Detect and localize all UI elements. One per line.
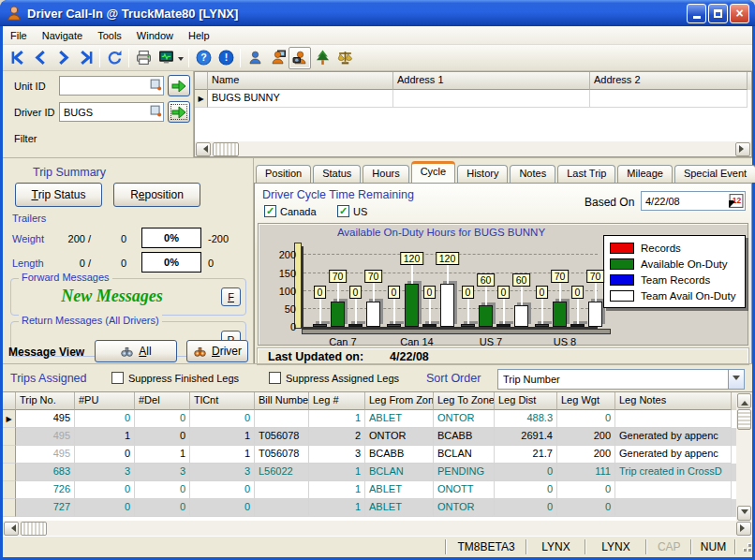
driver-id-input[interactable] bbox=[59, 102, 164, 122]
table-row[interactable]: 7260001ABLETONOTT00 bbox=[3, 481, 736, 499]
tab-hours[interactable]: Hours bbox=[363, 165, 408, 183]
table-cell: 1 bbox=[75, 428, 135, 446]
column-header-tripno[interactable]: Trip No. bbox=[16, 392, 75, 410]
driver-grid-row[interactable]: ▶BUGS BUNNY bbox=[195, 90, 751, 108]
bar-records: 0 bbox=[313, 246, 327, 327]
chevron-down-icon[interactable] bbox=[728, 370, 744, 389]
close-button[interactable]: × bbox=[730, 4, 749, 23]
column-header-leg[interactable]: Leg # bbox=[309, 392, 365, 410]
table-cell: 0 bbox=[135, 410, 190, 428]
scroll-down-button[interactable] bbox=[737, 506, 751, 521]
unit-id-input[interactable] bbox=[59, 76, 164, 96]
menu-file[interactable]: File bbox=[3, 28, 35, 43]
title-bar[interactable]: Driver Call-In @ TruckMate80 [LYNX] × bbox=[0, 0, 755, 26]
column-header-legdist[interactable]: Leg Dist bbox=[495, 392, 557, 410]
unit-go-button[interactable] bbox=[168, 75, 190, 96]
first-record-button[interactable] bbox=[7, 47, 29, 69]
monitor-button[interactable] bbox=[155, 47, 177, 69]
driver-workstation-button[interactable] bbox=[266, 47, 289, 69]
sort-order-label: Sort Order bbox=[426, 372, 481, 385]
trips-table[interactable]: Trip No.#PU#DelTlCntBill NumberLeg #Leg … bbox=[3, 391, 752, 521]
column-header-legtozone[interactable]: Leg To Zone bbox=[434, 392, 495, 410]
trips-vertical-scrollbar[interactable] bbox=[736, 392, 752, 522]
suppress-assigned-checkbox[interactable]: Suppress Assigned Legs bbox=[269, 372, 399, 384]
column-header-legfromzone[interactable]: Leg From Zone bbox=[365, 392, 434, 410]
minimize-button[interactable] bbox=[687, 4, 706, 23]
scales-button[interactable] bbox=[333, 47, 356, 69]
scroll-left-button[interactable] bbox=[4, 522, 19, 536]
info-button[interactable]: ! bbox=[215, 47, 237, 69]
next-record-button[interactable] bbox=[52, 47, 74, 69]
column-header-tlcnt[interactable]: TlCnt bbox=[190, 392, 255, 410]
column-header-billnumber[interactable]: Bill Number bbox=[255, 392, 309, 410]
tree-button[interactable] bbox=[311, 47, 333, 69]
table-row[interactable]: 683333L560221BCLANPENDING0111Trip create… bbox=[3, 464, 736, 481]
prior-record-button[interactable] bbox=[29, 47, 52, 69]
table-row[interactable]: 495101T0560782ONTORBCABB2691.4200Generat… bbox=[3, 428, 736, 446]
driver-callin-button[interactable] bbox=[289, 47, 311, 69]
scroll-up-button[interactable] bbox=[737, 393, 751, 408]
driver-go-button[interactable] bbox=[168, 101, 190, 123]
tab-status[interactable]: Status bbox=[313, 165, 361, 183]
tab-position[interactable]: Position bbox=[256, 165, 311, 183]
table-row[interactable]: ▶4950001ABLETONTOR488.30 bbox=[3, 410, 736, 428]
bar bbox=[313, 324, 327, 327]
table-row[interactable]: 495011T0560783BCABBBCLAN21.7200Generated… bbox=[3, 446, 736, 464]
driver-blue-button[interactable] bbox=[244, 47, 266, 69]
canada-checkbox[interactable]: ✓ Canada bbox=[264, 205, 317, 217]
table-cell: 3 bbox=[75, 464, 135, 481]
calendar-icon[interactable]: 12 bbox=[728, 193, 744, 211]
row-selector: ▶ bbox=[195, 90, 208, 108]
tab-cycle[interactable]: Cycle bbox=[411, 161, 456, 183]
tab-notes[interactable]: Notes bbox=[510, 165, 555, 183]
driver-grid-scrollbar[interactable] bbox=[195, 141, 751, 156]
table-cell bbox=[615, 410, 732, 428]
sort-order-combo[interactable]: Trip Number bbox=[497, 369, 745, 390]
column-header-name[interactable]: Name bbox=[208, 72, 393, 90]
scroll-thumb[interactable] bbox=[737, 409, 751, 430]
scroll-left-button[interactable] bbox=[196, 142, 211, 156]
reposition-button[interactable]: Reposition bbox=[113, 183, 200, 207]
suppress-finished-checkbox[interactable]: Suppress Finished Legs bbox=[111, 372, 239, 384]
tree-icon bbox=[315, 50, 331, 66]
bar-available-on-duty: 70 bbox=[553, 246, 567, 327]
menu-window[interactable]: Window bbox=[129, 28, 181, 43]
main-horizontal-scrollbar[interactable] bbox=[3, 521, 752, 536]
svg-text:!: ! bbox=[224, 52, 228, 63]
unit-lookup-icon[interactable] bbox=[150, 79, 162, 93]
menu-help[interactable]: Help bbox=[181, 28, 217, 43]
scroll-thumb[interactable] bbox=[213, 142, 239, 156]
scroll-right-button[interactable] bbox=[736, 522, 751, 536]
column-header-legnotes[interactable]: Leg Notes bbox=[615, 392, 732, 410]
menu-tools[interactable]: Tools bbox=[90, 28, 129, 43]
help-button[interactable]: ? bbox=[192, 47, 215, 69]
monitor-dropdown-caret[interactable] bbox=[178, 57, 184, 64]
column-header-pu[interactable]: #PU bbox=[75, 392, 135, 410]
message-view-all-button[interactable]: All bbox=[95, 340, 177, 362]
message-view-driver-button[interactable]: Driver bbox=[186, 340, 248, 362]
tab-last-trip[interactable]: Last Trip bbox=[557, 165, 615, 183]
y-tick-label: 50 bbox=[268, 303, 296, 315]
column-header-address-2[interactable]: Address 2 bbox=[590, 72, 748, 90]
driver-grid[interactable]: NameAddress 1Address 2▶BUGS BUNNY bbox=[194, 71, 752, 157]
us-checkbox[interactable]: ✓ US bbox=[337, 205, 367, 217]
table-row[interactable]: 7270001ABLETONTOR00 bbox=[3, 499, 736, 517]
tab-mileage[interactable]: Mileage bbox=[617, 165, 673, 183]
last-record-button[interactable] bbox=[74, 47, 96, 69]
resize-grip[interactable] bbox=[740, 540, 752, 553]
table-cell: ONTOR bbox=[365, 428, 434, 446]
tab-special-event[interactable]: Special Event bbox=[674, 165, 755, 183]
trip-status-button[interactable]: Trip Status bbox=[15, 183, 102, 207]
scroll-right-button[interactable] bbox=[735, 142, 750, 156]
tab-history[interactable]: History bbox=[457, 165, 508, 183]
scroll-thumb[interactable] bbox=[21, 522, 47, 536]
column-header-del[interactable]: #Del bbox=[135, 392, 190, 410]
driver-lookup-icon[interactable] bbox=[150, 105, 162, 119]
menu-navigate[interactable]: Navigate bbox=[35, 28, 90, 43]
forward-messages-button[interactable]: F bbox=[221, 287, 241, 306]
maximize-button[interactable] bbox=[708, 4, 728, 23]
column-header-address-1[interactable]: Address 1 bbox=[393, 72, 590, 90]
column-header-legwgt[interactable]: Leg Wgt bbox=[557, 392, 615, 410]
print-button[interactable] bbox=[132, 47, 155, 69]
refresh-button[interactable] bbox=[103, 47, 126, 69]
